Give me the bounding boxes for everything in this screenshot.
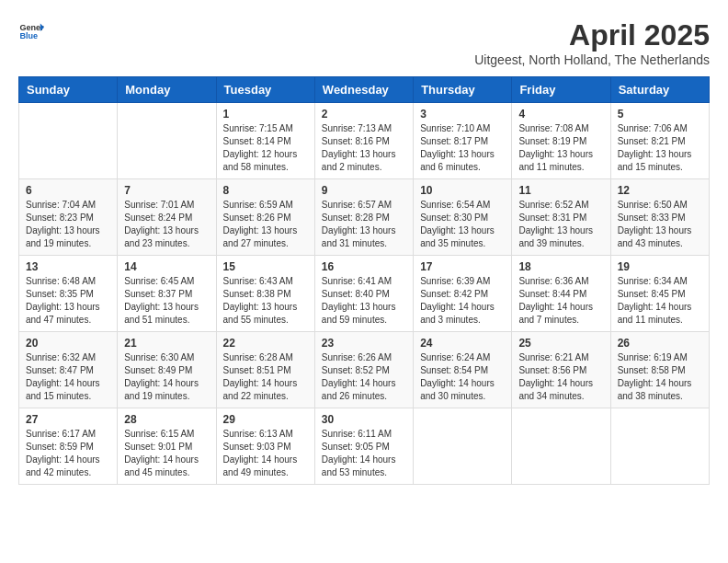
day-info: Sunrise: 6:36 AM Sunset: 8:44 PM Dayligh… <box>518 275 603 327</box>
weekday-header-sunday: Sunday <box>19 77 118 103</box>
day-cell: 23Sunrise: 6:26 AM Sunset: 8:52 PM Dayli… <box>314 332 413 408</box>
day-cell: 13Sunrise: 6:48 AM Sunset: 8:35 PM Dayli… <box>19 256 118 332</box>
logo: General Blue <box>18 18 44 44</box>
day-number: 13 <box>26 260 110 273</box>
day-cell: 15Sunrise: 6:43 AM Sunset: 8:38 PM Dayli… <box>216 256 314 332</box>
day-cell: 6Sunrise: 7:04 AM Sunset: 8:23 PM Daylig… <box>19 179 118 256</box>
day-cell: 7Sunrise: 7:01 AM Sunset: 8:24 PM Daylig… <box>118 179 216 256</box>
day-cell: 9Sunrise: 6:57 AM Sunset: 8:28 PM Daylig… <box>314 179 413 256</box>
weekday-header-tuesday: Tuesday <box>216 77 314 103</box>
day-info: Sunrise: 6:57 AM Sunset: 8:28 PM Dayligh… <box>322 199 406 250</box>
day-info: Sunrise: 7:06 AM Sunset: 8:21 PM Dayligh… <box>618 122 702 174</box>
day-info: Sunrise: 6:41 AM Sunset: 8:40 PM Dayligh… <box>322 275 406 327</box>
day-cell: 14Sunrise: 6:45 AM Sunset: 8:37 PM Dayli… <box>118 256 216 332</box>
week-row-3: 13Sunrise: 6:48 AM Sunset: 8:35 PM Dayli… <box>19 256 710 332</box>
day-cell: 27Sunrise: 6:17 AM Sunset: 8:59 PM Dayli… <box>19 408 118 485</box>
day-info: Sunrise: 6:32 AM Sunset: 8:47 PM Dayligh… <box>26 351 110 403</box>
day-info: Sunrise: 6:28 AM Sunset: 8:51 PM Dayligh… <box>223 351 308 403</box>
day-cell <box>610 408 709 485</box>
day-number: 14 <box>124 260 209 273</box>
calendar-table: SundayMondayTuesdayWednesdayThursdayFrid… <box>18 76 710 485</box>
weekday-header-friday: Friday <box>512 77 610 103</box>
day-number: 10 <box>420 184 505 197</box>
day-info: Sunrise: 7:10 AM Sunset: 8:17 PM Dayligh… <box>420 122 505 174</box>
day-info: Sunrise: 6:48 AM Sunset: 8:35 PM Dayligh… <box>26 275 110 327</box>
day-info: Sunrise: 6:43 AM Sunset: 8:38 PM Dayligh… <box>223 275 308 327</box>
day-number: 9 <box>322 184 406 197</box>
main-title: April 2025 <box>474 18 710 52</box>
day-number: 23 <box>322 337 406 350</box>
day-number: 25 <box>518 337 603 350</box>
day-number: 17 <box>420 260 505 273</box>
day-cell: 12Sunrise: 6:50 AM Sunset: 8:33 PM Dayli… <box>610 179 709 256</box>
day-number: 3 <box>420 108 505 121</box>
day-info: Sunrise: 6:17 AM Sunset: 8:59 PM Dayligh… <box>26 428 110 479</box>
day-info: Sunrise: 7:13 AM Sunset: 8:16 PM Dayligh… <box>322 122 406 174</box>
header: General Blue April 2025 Uitgeest, North … <box>18 18 710 67</box>
day-info: Sunrise: 6:52 AM Sunset: 8:31 PM Dayligh… <box>518 199 603 250</box>
day-cell: 10Sunrise: 6:54 AM Sunset: 8:30 PM Dayli… <box>414 179 512 256</box>
svg-text:Blue: Blue <box>19 31 38 40</box>
day-number: 15 <box>223 260 308 273</box>
day-number: 22 <box>223 337 308 350</box>
weekday-header-row: SundayMondayTuesdayWednesdayThursdayFrid… <box>19 77 710 103</box>
day-cell: 1Sunrise: 7:15 AM Sunset: 8:14 PM Daylig… <box>216 103 314 179</box>
day-number: 18 <box>518 260 603 273</box>
day-cell: 25Sunrise: 6:21 AM Sunset: 8:56 PM Dayli… <box>512 332 610 408</box>
day-number: 28 <box>124 413 209 426</box>
day-info: Sunrise: 7:04 AM Sunset: 8:23 PM Dayligh… <box>26 199 110 250</box>
day-number: 29 <box>223 413 308 426</box>
day-cell: 21Sunrise: 6:30 AM Sunset: 8:49 PM Dayli… <box>118 332 216 408</box>
day-number: 2 <box>322 108 406 121</box>
day-info: Sunrise: 6:34 AM Sunset: 8:45 PM Dayligh… <box>618 275 702 327</box>
day-cell: 29Sunrise: 6:13 AM Sunset: 9:03 PM Dayli… <box>216 408 314 485</box>
day-cell <box>512 408 610 485</box>
day-info: Sunrise: 6:19 AM Sunset: 8:58 PM Dayligh… <box>618 351 702 403</box>
day-cell: 8Sunrise: 6:59 AM Sunset: 8:26 PM Daylig… <box>216 179 314 256</box>
day-number: 21 <box>124 337 209 350</box>
weekday-header-saturday: Saturday <box>610 77 709 103</box>
day-info: Sunrise: 6:59 AM Sunset: 8:26 PM Dayligh… <box>223 199 308 250</box>
day-info: Sunrise: 6:30 AM Sunset: 8:49 PM Dayligh… <box>124 351 209 403</box>
week-row-1: 1Sunrise: 7:15 AM Sunset: 8:14 PM Daylig… <box>19 103 710 179</box>
day-number: 19 <box>618 260 702 273</box>
day-number: 5 <box>618 108 702 121</box>
day-number: 20 <box>26 337 110 350</box>
day-cell: 28Sunrise: 6:15 AM Sunset: 9:01 PM Dayli… <box>118 408 216 485</box>
logo-icon: General Blue <box>18 18 44 44</box>
day-cell: 19Sunrise: 6:34 AM Sunset: 8:45 PM Dayli… <box>610 256 709 332</box>
weekday-header-wednesday: Wednesday <box>314 77 413 103</box>
day-number: 7 <box>124 184 209 197</box>
day-info: Sunrise: 7:15 AM Sunset: 8:14 PM Dayligh… <box>223 122 308 174</box>
day-info: Sunrise: 6:45 AM Sunset: 8:37 PM Dayligh… <box>124 275 209 327</box>
day-cell: 30Sunrise: 6:11 AM Sunset: 9:05 PM Dayli… <box>314 408 413 485</box>
week-row-5: 27Sunrise: 6:17 AM Sunset: 8:59 PM Dayli… <box>19 408 710 485</box>
day-cell: 17Sunrise: 6:39 AM Sunset: 8:42 PM Dayli… <box>414 256 512 332</box>
weekday-header-monday: Monday <box>118 77 216 103</box>
day-cell <box>19 103 118 179</box>
day-cell: 16Sunrise: 6:41 AM Sunset: 8:40 PM Dayli… <box>314 256 413 332</box>
day-info: Sunrise: 6:15 AM Sunset: 9:01 PM Dayligh… <box>124 428 209 479</box>
day-info: Sunrise: 6:26 AM Sunset: 8:52 PM Dayligh… <box>322 351 406 403</box>
day-cell: 24Sunrise: 6:24 AM Sunset: 8:54 PM Dayli… <box>414 332 512 408</box>
day-cell: 20Sunrise: 6:32 AM Sunset: 8:47 PM Dayli… <box>19 332 118 408</box>
title-area: April 2025 Uitgeest, North Holland, The … <box>474 18 710 67</box>
day-cell: 4Sunrise: 7:08 AM Sunset: 8:19 PM Daylig… <box>512 103 610 179</box>
day-number: 11 <box>518 184 603 197</box>
day-cell: 18Sunrise: 6:36 AM Sunset: 8:44 PM Dayli… <box>512 256 610 332</box>
weekday-header-thursday: Thursday <box>414 77 512 103</box>
day-number: 16 <box>322 260 406 273</box>
day-number: 30 <box>322 413 406 426</box>
day-cell: 11Sunrise: 6:52 AM Sunset: 8:31 PM Dayli… <box>512 179 610 256</box>
day-number: 6 <box>26 184 110 197</box>
day-number: 27 <box>26 413 110 426</box>
day-info: Sunrise: 7:01 AM Sunset: 8:24 PM Dayligh… <box>124 199 209 250</box>
day-cell: 22Sunrise: 6:28 AM Sunset: 8:51 PM Dayli… <box>216 332 314 408</box>
day-number: 4 <box>518 108 603 121</box>
day-number: 8 <box>223 184 308 197</box>
day-number: 24 <box>420 337 505 350</box>
day-info: Sunrise: 6:24 AM Sunset: 8:54 PM Dayligh… <box>420 351 505 403</box>
day-cell: 26Sunrise: 6:19 AM Sunset: 8:58 PM Dayli… <box>610 332 709 408</box>
day-info: Sunrise: 6:54 AM Sunset: 8:30 PM Dayligh… <box>420 199 505 250</box>
day-info: Sunrise: 6:11 AM Sunset: 9:05 PM Dayligh… <box>322 428 406 479</box>
